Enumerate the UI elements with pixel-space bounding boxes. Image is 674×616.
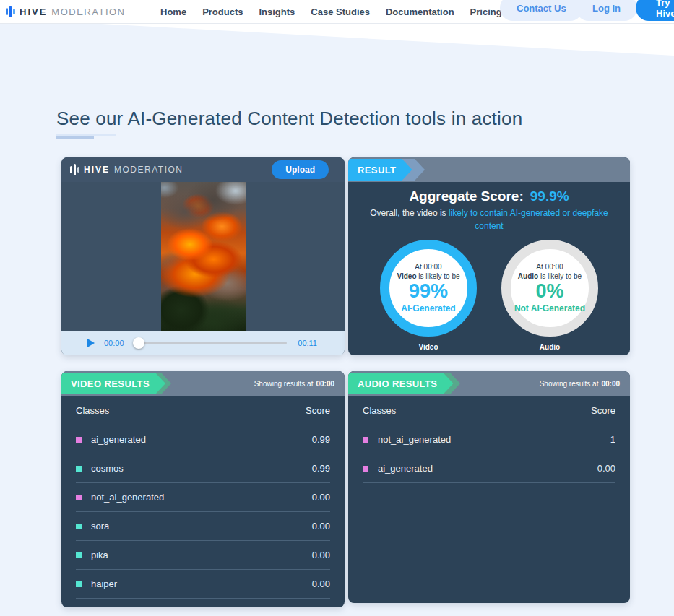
play-icon[interactable] xyxy=(87,339,95,347)
class-name: ai_generated xyxy=(91,434,146,445)
class-name: not_ai_generated xyxy=(378,434,451,445)
duration: 00:11 xyxy=(298,339,317,347)
video-results-showing: Showing results at 00:00 xyxy=(254,371,334,396)
nav-item-case-studies[interactable]: Case Studies xyxy=(311,6,370,17)
player-hive-logo: HIVE MODERATION xyxy=(70,164,183,175)
table-row: pika 0.00 xyxy=(76,541,330,570)
table-header-row: Classes Score xyxy=(363,396,615,425)
audio-gauge-percent: 0% xyxy=(535,280,563,303)
table-row: not_ai_generated 1 xyxy=(363,425,615,454)
hive-bars-icon xyxy=(6,6,15,17)
aggregate-score-line: Aggregate Score:99.9% xyxy=(348,188,630,204)
contact-us-button[interactable]: Contact Us xyxy=(500,0,583,21)
result-body: Aggregate Score:99.9% Overall, the video… xyxy=(348,182,630,351)
score-column-header: Score xyxy=(306,405,330,416)
audio-results-rows: not_ai_generated 1 ai_generated 0.00 xyxy=(363,425,615,483)
audio-gauge-time: At 00:00 xyxy=(536,263,563,271)
hive-logo[interactable]: HIVE MODERATION xyxy=(6,1,126,22)
heading-underline-accent xyxy=(56,136,94,139)
class-color-bullet xyxy=(76,495,82,500)
video-results-tag: VIDEO RESULTS xyxy=(61,373,165,394)
showing-prefix: Showing results at xyxy=(254,380,314,388)
class-score: 0.00 xyxy=(312,550,330,560)
player-header: HIVE MODERATION Upload xyxy=(61,157,345,182)
result-tag: RESULT xyxy=(348,159,412,181)
class-color-bullet xyxy=(363,437,368,443)
gauges-row: At 00:00 Video is likely to be 99% AI-Ge… xyxy=(348,240,630,351)
video-gauge-percent: 99% xyxy=(409,280,448,303)
nav-item-home[interactable]: Home xyxy=(160,6,186,17)
class-color-bullet xyxy=(76,552,82,558)
table-row: ai_generated 0.99 xyxy=(76,425,330,454)
nav-item-insights[interactable]: Insights xyxy=(259,6,295,17)
table-row: sora 0.00 xyxy=(76,512,330,541)
result-panel: RESULT Aggregate Score:99.9% Overall, th… xyxy=(348,157,630,355)
class-score: 0.99 xyxy=(312,434,330,445)
seek-handle[interactable] xyxy=(133,337,144,349)
hero-diagonal xyxy=(0,24,674,82)
table-row: not_ai_generated 0.00 xyxy=(76,483,330,512)
summary-prefix: Overall, the video is xyxy=(370,208,449,218)
player-brand-moderation: MODERATION xyxy=(114,165,183,175)
video-viewport[interactable] xyxy=(61,182,345,331)
video-results-table: Classes Score ai_generated 0.99 cosmos 0… xyxy=(61,396,345,599)
video-gauge: At 00:00 Video is likely to be 99% AI-Ge… xyxy=(380,240,477,351)
audio-results-header: AUDIO RESULTS Showing results at 00:00 xyxy=(348,371,630,396)
video-results-header: VIDEO RESULTS Showing results at 00:00 xyxy=(61,371,345,396)
class-color-bullet xyxy=(76,466,82,472)
video-gauge-verdict: AI-Generated xyxy=(401,303,455,313)
class-name: sora xyxy=(91,521,109,532)
seek-bar[interactable] xyxy=(135,342,288,344)
nav-item-pricing[interactable]: Pricing xyxy=(470,6,502,17)
audio-results-panel: AUDIO RESULTS Showing results at 00:00 C… xyxy=(348,371,630,603)
audio-gauge-label: Audio xyxy=(501,343,598,351)
nav-links: Home Products Insights Case Studies Docu… xyxy=(160,0,502,23)
showing-time: 00:00 xyxy=(316,380,334,388)
brand-moderation: MODERATION xyxy=(51,6,125,17)
audio-gauge-caption: Audio is likely to be xyxy=(518,272,582,280)
video-gauge-time: At 00:00 xyxy=(415,263,441,271)
classes-column-header: Classes xyxy=(363,405,396,416)
aggregate-score-value: 99.9% xyxy=(530,188,569,204)
showing-time: 00:00 xyxy=(601,380,620,388)
top-nav: HIVE MODERATION Home Products Insights C… xyxy=(0,0,674,24)
audio-gauge: At 00:00 Audio is likely to be 0% Not AI… xyxy=(501,240,598,351)
showing-prefix: Showing results at xyxy=(540,380,599,388)
video-gauge-caption: Video is likely to be xyxy=(397,272,459,280)
class-name: cosmos xyxy=(91,463,124,474)
audio-results-tag: AUDIO RESULTS xyxy=(348,373,453,394)
nav-item-documentation[interactable]: Documentation xyxy=(386,6,454,17)
brand-hive: HIVE xyxy=(20,6,47,17)
page-title: See our AI-Generated Content Detection t… xyxy=(56,108,522,130)
class-color-bullet xyxy=(76,581,82,587)
table-header-row: Classes Score xyxy=(76,396,330,425)
upload-button[interactable]: Upload xyxy=(272,160,329,179)
class-name: not_ai_generated xyxy=(91,492,164,503)
video-gauge-ring: At 00:00 Video is likely to be 99% AI-Ge… xyxy=(380,240,477,337)
class-score: 0.00 xyxy=(312,578,330,589)
try-hive-button[interactable]: Try Hive xyxy=(636,0,674,21)
video-frame-fire-scene xyxy=(161,182,246,331)
class-color-bullet xyxy=(363,466,368,472)
player-controls: 00:00 00:11 xyxy=(61,331,345,355)
video-gauge-label: Video xyxy=(380,343,477,351)
class-score: 0.00 xyxy=(312,492,330,503)
video-results-rows: ai_generated 0.99 cosmos 0.99 not_ai_gen… xyxy=(76,425,330,599)
summary-highlight: likely to contain AI-generated or deepfa… xyxy=(449,208,608,231)
video-player-panel: HIVE MODERATION Upload 00:00 00:11 xyxy=(61,157,345,355)
log-in-button[interactable]: Log In xyxy=(576,0,637,21)
aggregate-score-label: Aggregate Score: xyxy=(409,188,523,204)
class-score: 1 xyxy=(610,434,615,445)
score-column-header: Score xyxy=(591,405,615,416)
audio-gauge-ring: At 00:00 Audio is likely to be 0% Not AI… xyxy=(501,240,598,337)
video-results-panel: VIDEO RESULTS Showing results at 00:00 C… xyxy=(61,371,345,607)
class-name: haiper xyxy=(91,578,117,589)
classes-column-header: Classes xyxy=(76,405,109,416)
player-brand-hive: HIVE xyxy=(84,165,110,175)
hive-bars-icon xyxy=(70,164,79,175)
class-color-bullet xyxy=(76,437,82,443)
class-score: 0.99 xyxy=(312,463,330,474)
audio-results-table: Classes Score not_ai_generated 1 ai_gene… xyxy=(348,396,630,483)
nav-item-products[interactable]: Products xyxy=(202,6,243,17)
class-score: 0.00 xyxy=(312,521,330,532)
